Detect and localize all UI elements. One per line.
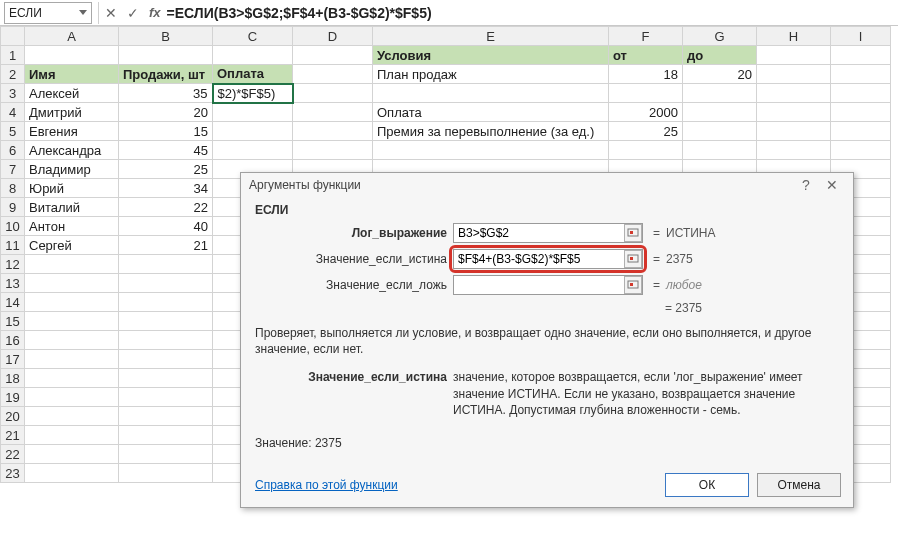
row-header-8[interactable]: 8 [1, 179, 25, 198]
cell-A10[interactable]: Антон [25, 217, 119, 236]
column-header-B[interactable]: B [119, 27, 213, 46]
cell-A16[interactable] [25, 331, 119, 350]
help-link[interactable]: Справка по этой функции [255, 478, 398, 492]
cell-B11[interactable]: 21 [119, 236, 213, 255]
row-header-13[interactable]: 13 [1, 274, 25, 293]
cell-B6[interactable]: 45 [119, 141, 213, 160]
close-icon[interactable]: ✕ [819, 177, 845, 193]
cell-A12[interactable] [25, 255, 119, 274]
row-header-6[interactable]: 6 [1, 141, 25, 160]
cell-E5[interactable]: Премия за перевыполнение (за ед.) [373, 122, 609, 141]
row-header-2[interactable]: 2 [1, 65, 25, 84]
row-header-17[interactable]: 17 [1, 350, 25, 369]
cell-D5[interactable] [293, 122, 373, 141]
cell-G3[interactable] [683, 84, 757, 103]
cell-A22[interactable] [25, 445, 119, 464]
row-header-18[interactable]: 18 [1, 369, 25, 388]
cell-B3[interactable]: 35 [119, 84, 213, 103]
cell-B14[interactable] [119, 293, 213, 312]
cell-G1[interactable]: до [683, 46, 757, 65]
cell-A23[interactable] [25, 464, 119, 483]
row-header-15[interactable]: 15 [1, 312, 25, 331]
cell-G6[interactable] [683, 141, 757, 160]
cell-H5[interactable] [757, 122, 831, 141]
cell-F1[interactable]: от [609, 46, 683, 65]
row-header-14[interactable]: 14 [1, 293, 25, 312]
cell-A4[interactable]: Дмитрий [25, 103, 119, 122]
cell-H1[interactable] [757, 46, 831, 65]
cell-A15[interactable] [25, 312, 119, 331]
collapse-dialog-icon[interactable] [624, 276, 642, 294]
column-header-I[interactable]: I [831, 27, 891, 46]
cell-A8[interactable]: Юрий [25, 179, 119, 198]
cell-I4[interactable] [831, 103, 891, 122]
cell-F3[interactable] [609, 84, 683, 103]
arg-input-value-if-false[interactable] [453, 275, 643, 295]
row-header-16[interactable]: 16 [1, 331, 25, 350]
cell-I3[interactable] [831, 84, 891, 103]
row-header-12[interactable]: 12 [1, 255, 25, 274]
row-header-5[interactable]: 5 [1, 122, 25, 141]
row-header-1[interactable]: 1 [1, 46, 25, 65]
cell-C4[interactable] [213, 103, 293, 122]
cell-I5[interactable] [831, 122, 891, 141]
cell-F5[interactable]: 25 [609, 122, 683, 141]
cell-B17[interactable] [119, 350, 213, 369]
enter-icon[interactable]: ✓ [127, 5, 139, 21]
cell-A17[interactable] [25, 350, 119, 369]
cell-A3[interactable]: Алексей [25, 84, 119, 103]
cell-A11[interactable]: Сергей [25, 236, 119, 255]
row-header-7[interactable]: 7 [1, 160, 25, 179]
cell-A2[interactable]: Имя [25, 65, 119, 84]
cell-B10[interactable]: 40 [119, 217, 213, 236]
arg-input-value-if-true[interactable] [453, 249, 643, 269]
cell-B23[interactable] [119, 464, 213, 483]
collapse-dialog-icon[interactable] [624, 224, 642, 242]
formula-input[interactable]: =ЕСЛИ(B3>$G$2;$F$4+(B3-$G$2)*$F$5) [161, 5, 898, 21]
cell-H2[interactable] [757, 65, 831, 84]
cancel-button[interactable]: Отмена [757, 473, 841, 497]
cell-H6[interactable] [757, 141, 831, 160]
cell-B9[interactable]: 22 [119, 198, 213, 217]
row-header-11[interactable]: 11 [1, 236, 25, 255]
cell-B1[interactable] [119, 46, 213, 65]
column-header-G[interactable]: G [683, 27, 757, 46]
cell-B2[interactable]: Продажи, шт [119, 65, 213, 84]
cell-D6[interactable] [293, 141, 373, 160]
cell-B19[interactable] [119, 388, 213, 407]
cell-B15[interactable] [119, 312, 213, 331]
cell-E3[interactable] [373, 84, 609, 103]
cell-H3[interactable] [757, 84, 831, 103]
cell-C6[interactable] [213, 141, 293, 160]
cell-A1[interactable] [25, 46, 119, 65]
row-header-21[interactable]: 21 [1, 426, 25, 445]
collapse-dialog-icon[interactable] [624, 250, 642, 268]
help-icon[interactable]: ? [793, 177, 819, 193]
name-box[interactable]: ЕСЛИ [4, 2, 92, 24]
cell-B12[interactable] [119, 255, 213, 274]
arg-input-logical-test[interactable] [453, 223, 643, 243]
dialog-titlebar[interactable]: Аргументы функции ? ✕ [241, 173, 853, 197]
column-header-C[interactable]: C [213, 27, 293, 46]
row-header-4[interactable]: 4 [1, 103, 25, 122]
chevron-down-icon[interactable] [79, 10, 87, 15]
cell-G4[interactable] [683, 103, 757, 122]
cell-A7[interactable]: Владимир [25, 160, 119, 179]
cell-B20[interactable] [119, 407, 213, 426]
cell-A6[interactable]: Александра [25, 141, 119, 160]
cell-A19[interactable] [25, 388, 119, 407]
cell-I2[interactable] [831, 65, 891, 84]
cell-H4[interactable] [757, 103, 831, 122]
column-header-E[interactable]: E [373, 27, 609, 46]
cell-D4[interactable] [293, 103, 373, 122]
cell-I1[interactable] [831, 46, 891, 65]
cell-A21[interactable] [25, 426, 119, 445]
cell-A13[interactable] [25, 274, 119, 293]
column-header-F[interactable]: F [609, 27, 683, 46]
cell-I6[interactable] [831, 141, 891, 160]
cell-E4[interactable]: Оплата [373, 103, 609, 122]
column-header-A[interactable]: A [25, 27, 119, 46]
cell-D2[interactable] [293, 65, 373, 84]
cell-A5[interactable]: Евгения [25, 122, 119, 141]
cell-B18[interactable] [119, 369, 213, 388]
